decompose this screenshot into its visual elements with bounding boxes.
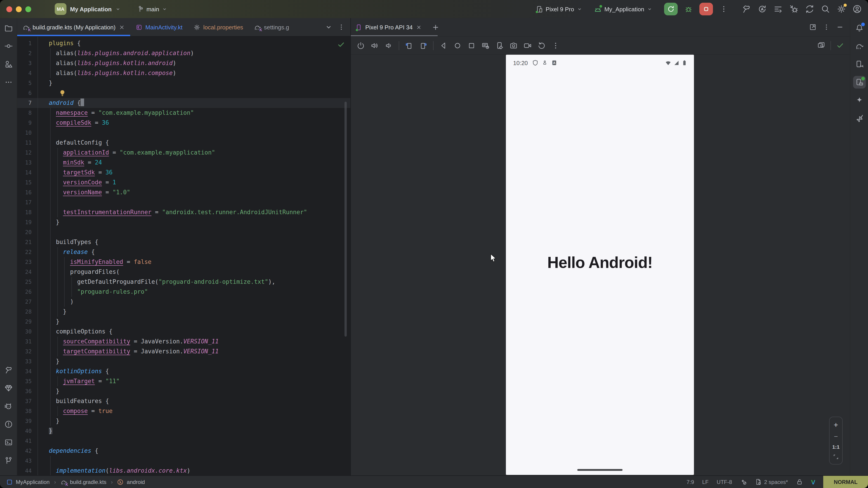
zoom-in-button[interactable]: + [834, 421, 838, 429]
breadcrumb-item[interactable]: MyApplication [16, 479, 50, 485]
project-selector[interactable]: MA My Application [55, 3, 121, 15]
hide-icon[interactable] [836, 24, 844, 31]
tool-window-button-resource-manager[interactable] [2, 58, 15, 70]
rotate-right-icon[interactable] [419, 41, 427, 50]
tool-window-button-airplane[interactable] [853, 112, 866, 125]
code-line-28[interactable]: 28 } [17, 307, 350, 317]
vcs-branch-selector[interactable]: main [136, 5, 167, 13]
status-utf-8[interactable]: UTF-8 [717, 479, 732, 485]
profiler-button[interactable] [774, 4, 782, 13]
rotate-left-icon[interactable] [405, 41, 413, 50]
status-7-9[interactable]: 7:9 [686, 479, 694, 485]
home-icon[interactable] [454, 41, 462, 50]
device-settings-icon[interactable] [495, 41, 504, 50]
tab-settings-g[interactable]: Ksettings.g [249, 18, 294, 36]
code-line-18[interactable]: 18 testInstrumentationRunner = "androidx… [17, 207, 350, 217]
more-vertical-icon[interactable] [552, 41, 560, 50]
close-icon[interactable] [416, 24, 422, 30]
code-line-7[interactable]: 7android { [17, 98, 350, 108]
code-line-29[interactable]: 29 } [17, 317, 350, 327]
tool-window-button-problems[interactable] [2, 418, 15, 431]
more-run-options-button[interactable] [717, 3, 731, 15]
tool-window-button-more-horizontal[interactable] [2, 76, 15, 89]
volume-up-icon[interactable] [371, 41, 379, 50]
tab-mainactivity-kt[interactable]: MainActivity.kt [130, 18, 188, 36]
minimize-window-button[interactable] [16, 6, 22, 12]
code-line-34[interactable]: 34 kotlinOptions { [17, 366, 350, 377]
sync-project-button[interactable] [758, 4, 767, 13]
tool-window-button-folder[interactable] [2, 22, 15, 34]
code-line-23[interactable]: 23 isMinifyEnabled = false [17, 257, 350, 267]
code-line-36[interactable]: 36 } [17, 386, 350, 396]
run-configuration-selector[interactable]: My_Application [594, 5, 652, 13]
device-sync-button[interactable] [805, 4, 814, 13]
status-vim[interactable]: V [811, 478, 815, 486]
tool-window-button-build-hammer[interactable] [2, 364, 15, 377]
code-line-6[interactable]: 6 [17, 88, 350, 98]
reset-icon[interactable] [537, 41, 546, 50]
window-controls[interactable] [6, 6, 31, 12]
tool-window-button-gemini-sparkle[interactable] [853, 94, 866, 107]
code-line-35[interactable]: 35 jvmTarget = "11" [17, 377, 350, 386]
more-vertical-icon[interactable] [338, 24, 345, 31]
code-line-12[interactable]: 12 applicationId = "com.example.myapplic… [17, 148, 350, 158]
screenshot-icon[interactable] [509, 41, 518, 50]
volume-down-icon[interactable] [385, 41, 393, 50]
breadcrumb-item[interactable]: android [127, 479, 145, 485]
device-selector[interactable]: Pixel 9 Pro [535, 5, 582, 13]
more-vertical-icon[interactable] [823, 24, 830, 31]
zoom-ratio-button[interactable]: 1:1 [832, 444, 839, 449]
code-line-32[interactable]: 32 targetCompatibility = JavaVersion.VER… [17, 347, 350, 357]
code-line-17[interactable]: 17 [17, 197, 350, 207]
tab-local-properties[interactable]: local.properties [188, 18, 248, 36]
code-line-16[interactable]: 16 versionName = "1.0" [17, 188, 350, 197]
code-line-1[interactable]: 1plugins { [17, 38, 350, 48]
tool-window-button-commit[interactable] [2, 40, 15, 53]
code-line-43[interactable]: 43 [17, 456, 350, 466]
code-line-4[interactable]: 4 alias(libs.plugins.kotlin.compose) [17, 68, 350, 78]
code-line-5[interactable]: 5} [17, 78, 350, 88]
tab-build-gradle-kts-my-application[interactable]: Kbuild.gradle.kts (My Application) [17, 18, 130, 36]
code-line-37[interactable]: 37 buildFeatures { [17, 396, 350, 406]
power-icon[interactable] [357, 41, 365, 50]
tool-window-button-terminal[interactable] [2, 436, 15, 449]
close-icon[interactable] [119, 24, 125, 30]
code-line-42[interactable]: 42dependencies { [17, 446, 350, 456]
code-editor[interactable]: 1plugins {2 alias(libs.plugins.android.a… [17, 37, 350, 476]
tool-window-button-device-manager[interactable] [853, 58, 866, 70]
chevron-down-icon[interactable] [325, 24, 332, 31]
code-line-31[interactable]: 31 sourceCompatibility = JavaVersion.VER… [17, 337, 350, 347]
code-line-30[interactable]: 30 compileOptions { [17, 327, 350, 337]
rerun-button[interactable] [664, 3, 678, 15]
tool-window-button-gradle-elephant[interactable] [853, 40, 866, 53]
breadcrumb-item[interactable]: build.gradle.kts [70, 479, 106, 485]
code-line-44[interactable]: 44 implementation(libs.androidx.core.ktx… [17, 466, 350, 476]
code-line-24[interactable]: 24 proguardFiles( [17, 267, 350, 277]
tool-window-button-gemini[interactable] [2, 382, 15, 394]
status-lf[interactable]: LF [702, 479, 709, 485]
code-line-15[interactable]: 15 versionCode = 1 [17, 177, 350, 188]
code-line-14[interactable]: 14 targetSdk = 36 [17, 168, 350, 177]
add-device-tab-button[interactable] [432, 23, 439, 31]
device-screen[interactable]: 10:20 A Hello Android! [506, 55, 694, 475]
code-line-22[interactable]: 22 release { [17, 247, 350, 257]
code-line-13[interactable]: 13 minSdk = 24 [17, 158, 350, 168]
editor-scrollbar[interactable] [344, 102, 347, 337]
ready-check-icon[interactable] [836, 41, 844, 49]
code-line-9[interactable]: 9 compileSdk = 36 [17, 118, 350, 128]
code-line-41[interactable]: 41 [17, 436, 350, 446]
code-line-33[interactable]: 33 } [17, 357, 350, 366]
code-line-39[interactable]: 39 } [17, 416, 350, 426]
record-screen-icon[interactable] [524, 41, 532, 50]
tool-window-button-running-devices[interactable] [853, 76, 866, 89]
code-line-21[interactable]: 21 buildTypes { [17, 237, 350, 247]
open-in-new-window-icon[interactable] [809, 24, 816, 31]
code-line-27[interactable]: 27 ) [17, 297, 350, 307]
code-line-10[interactable]: 10 [17, 128, 350, 138]
close-window-button[interactable] [6, 6, 12, 12]
status-indent-config[interactable]: 2 spaces* [755, 479, 788, 485]
code-line-38[interactable]: 38 compose = true [17, 406, 350, 416]
code-line-26[interactable]: 26 "proguard-rules.pro" [17, 287, 350, 297]
status-ai-disabled[interactable] [740, 479, 747, 485]
ui-check-icon[interactable] [817, 41, 825, 49]
